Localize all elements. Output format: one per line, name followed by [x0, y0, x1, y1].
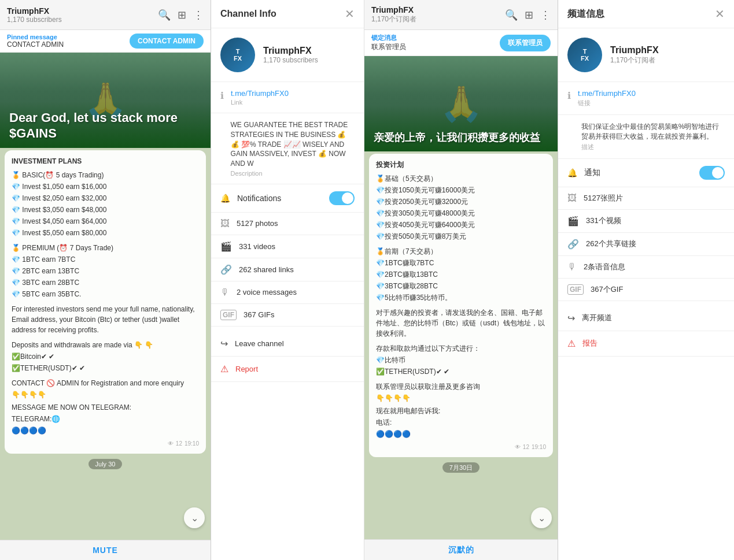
gifs-row-en[interactable]: GIF 367 GIFs [211, 304, 364, 327]
leave-label-en: Leave channel [235, 339, 284, 348]
channel-info-left-cn[interactable]: TriumphFX 1,170个订阅者 [371, 5, 416, 24]
links-row-en[interactable]: 🔗 262 shared links [211, 258, 364, 281]
pinned-label-en: Pinned message [7, 34, 64, 40]
cn-deposit: 存款和取款均通过以下方式进行： [376, 343, 546, 354]
search-icon[interactable]: 🔍 [158, 9, 171, 21]
links-count-en: 262 shared links [239, 265, 294, 274]
premium-item-1: 💎 1BTC earn 7BTC [12, 254, 199, 265]
channel-name-cn: TriumphFX [610, 45, 659, 55]
premium-item-2: 💎 2BTC earn 13BTC [12, 266, 199, 276]
topbar-icons-en: 🔍 ⊞ ⋮ [158, 9, 204, 21]
channel-sub-cn: 1,170个订阅者 [371, 14, 416, 24]
mute-btn-en[interactable]: MUTE [93, 546, 118, 555]
info-link-section-cn[interactable]: ℹ t.me/TriumphFX0 链接 [558, 82, 734, 115]
avatar-en: TFX [220, 38, 255, 72]
leave-label-cn: 离开频道 [582, 313, 612, 323]
chat-panel-en: TriumphFX 1,170 subscribers 🔍 ⊞ ⋮ Pinned… [0, 0, 211, 560]
profile-text-en: TriumphFX 1,170 subscribers [263, 46, 318, 64]
view-count-cn: 12 [523, 443, 529, 451]
report-row-cn[interactable]: ⚠ 报告 [558, 331, 734, 357]
photos-row-en[interactable]: 🖼 5127 photos [211, 213, 364, 235]
channel-info-panel-en: Channel Info ✕ TFX TriumphFX 1,170 subsc… [211, 0, 364, 560]
channel-subs-cn: 1,170个订阅者 [610, 55, 659, 65]
voice-count-cn: 2条语音信息 [584, 262, 625, 272]
channel-title-cn: TriumphFX [371, 5, 416, 14]
hero-text-cn: 亲爱的上帝，让我们积攒更多的收益 [374, 132, 540, 144]
date-divider-en: July 30 [0, 458, 211, 469]
pinned-content: Pinned message CONTACT ADMIN [7, 34, 64, 49]
links-icon-en: 🔗 [220, 264, 232, 275]
link-content-en: t.me/TriumphFX0 Link [231, 89, 289, 106]
message-footer: 👁 12 19:10 [12, 439, 199, 448]
notif-label-en: 🔔 Notifications [220, 194, 281, 203]
contact-admin-btn-en[interactable]: CONTACT ADMIN [130, 34, 204, 49]
pinned-message-cn: 锁定消息 联系管理员 联系管理员 [364, 30, 558, 56]
deposit-line: Deposits and withdrawals are made via 👇 … [12, 340, 199, 350]
cn-basic-3: 💎投资3050美元可赚48000美元 [376, 208, 546, 218]
profile-text-cn: TriumphFX 1,170个订阅者 [610, 45, 659, 65]
notif-toggle-en[interactable] [329, 191, 355, 205]
topbar-icons-cn: 🔍 ⊞ ⋮ [505, 9, 551, 21]
emojis-1: 👇👇👇👇 [12, 390, 199, 400]
message-now: MESSAGE ME NOW ON TELEGRAM: [12, 402, 199, 413]
leave-row-cn[interactable]: ↪ 离开频道 [558, 306, 734, 331]
cn-basic-5: 💎投资5050美元可赚8万美元 [376, 231, 546, 242]
scroll-down-btn-cn[interactable]: ⌄ [531, 507, 552, 528]
contact-admin-text: CONTACT 🚫 ADMIN for Registration and mor… [12, 378, 199, 388]
hero-image-cn: 🙏 亲爱的上帝，让我们积攒更多的收益 [364, 56, 558, 151]
channel-title-en: TriumphFX [7, 6, 62, 16]
chat-topbar-cn: TriumphFX 1,170个订阅者 🔍 ⊞ ⋮ [364, 0, 558, 30]
link-content-cn: t.me/TriumphFX0 链接 [578, 89, 636, 107]
link-icon-en: ℹ [220, 90, 224, 101]
more-icon-cn[interactable]: ⋮ [540, 9, 551, 21]
view-icon-cn: 👁 [515, 443, 521, 451]
basic-item-4: 💎 Invest $4,050 earn $64,000 [12, 216, 199, 227]
cn-basic-4: 💎投资4050美元可赚64000美元 [376, 220, 546, 230]
close-btn-cn[interactable]: ✕ [715, 7, 725, 21]
section-title-cn: 投资计划 [376, 160, 546, 170]
layout-icon[interactable]: ⊞ [178, 9, 186, 21]
channel-sub-en: 1,170 subscribers [7, 16, 62, 24]
report-icon-cn: ⚠ [567, 338, 576, 349]
pinned-text-en: CONTACT ADMIN [7, 40, 64, 49]
photos-row-cn[interactable]: 🖼 5127张照片 [558, 187, 734, 210]
view-icon: 👁 [168, 439, 174, 448]
info-link-section-en[interactable]: ℹ t.me/TriumphFX0 Link [211, 82, 364, 113]
cn-tg-emojis: 🔵🔵🔵🔵 [376, 429, 546, 439]
paragraph1: For interested investors send me your fu… [12, 304, 199, 335]
basic-item-2: 💎 Invest $2,050 earn $32,000 [12, 193, 199, 203]
cn-paragraph1: 对于感兴趣的投资者，请发送我的全名、国籍、电子邮件地址、您的比特币（Btc）或链… [376, 307, 546, 339]
payment-tether: ✅TETHER(USDT)✔ ✔ [12, 363, 199, 373]
videos-row-cn[interactable]: 🎬 331个视频 [558, 210, 734, 233]
notif-toggle-cn[interactable] [699, 166, 725, 180]
voice-row-cn[interactable]: 🎙 2条语音信息 [558, 256, 734, 279]
mute-btn-cn[interactable]: 沉默的 [448, 545, 474, 555]
channel-desc-cn: 我们保证企业中最佳的贸易策略%明智地进行贸易并获得巨大收益，现在就投资并赢利。 [581, 122, 725, 142]
layout-icon-cn[interactable]: ⊞ [525, 9, 533, 21]
close-btn-en[interactable]: ✕ [345, 7, 355, 21]
video-icon-cn: 🎬 [567, 216, 579, 227]
basic-header: 🏅 BASIC(⏰ 5 days Trading) [12, 170, 199, 180]
contact-admin-btn-cn[interactable]: 联系管理员 [500, 35, 551, 51]
notifications-row-en: 🔔 Notifications [211, 184, 364, 213]
info-profile-cn[interactable]: TFX TriumphFX 1,170个订阅者 [558, 28, 734, 82]
info-profile-en[interactable]: TFX TriumphFX 1,170 subscribers [211, 28, 364, 82]
report-row-en[interactable]: ⚠ Report [211, 357, 364, 382]
gifs-row-cn[interactable]: GIF 367个GIF [558, 279, 734, 301]
gifs-count-en: 367 GIFs [244, 310, 274, 319]
more-icon[interactable]: ⋮ [193, 9, 204, 21]
links-icon-cn: 🔗 [567, 239, 579, 250]
search-icon-cn[interactable]: 🔍 [505, 9, 518, 21]
videos-row-en[interactable]: 🎬 331 videos [211, 235, 364, 258]
channel-info-left[interactable]: TriumphFX 1,170 subscribers [7, 6, 62, 24]
channel-desc-en: WE GUARANTEE THE BEST TRADE STRATEGIES I… [231, 120, 355, 169]
info-desc-section-en: WE GUARANTEE THE BEST TRADE STRATEGIES I… [211, 113, 364, 184]
channel-link-cn: t.me/TriumphFX0 [578, 89, 636, 98]
link-icon-cn: ℹ [567, 90, 571, 101]
pinned-label-cn: 锁定消息 [371, 34, 406, 42]
leave-row-en[interactable]: ↪ Leave channel [211, 331, 364, 357]
links-row-cn[interactable]: 🔗 262个共享链接 [558, 233, 734, 256]
voice-row-en[interactable]: 🎙 2 voice messages [211, 281, 364, 304]
chat-messages-cn: 🙏 亲爱的上帝，让我们积攒更多的收益 投资计划 🏅基础（5天交易） 💎投资105… [364, 56, 558, 539]
scroll-down-btn-en[interactable]: ⌄ [184, 507, 205, 528]
